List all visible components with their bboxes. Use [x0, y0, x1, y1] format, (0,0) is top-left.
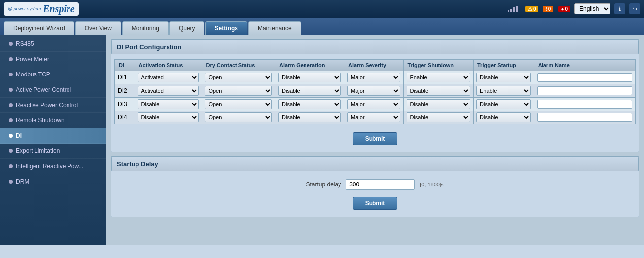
alarm-gen-select-DI3[interactable]: DisableEnable: [278, 99, 341, 109]
language-select[interactable]: English: [574, 3, 610, 14]
bar2: [510, 9, 512, 12]
sidebar-item-export-limitation[interactable]: Export Limitation: [0, 144, 106, 159]
logout-button[interactable]: ↪: [629, 3, 640, 14]
alarm-severity-select-DI1[interactable]: MajorMinorWarning: [347, 73, 400, 82]
trigger-startup-select-DI1[interactable]: EnableDisable: [476, 73, 531, 82]
alarm-name-input-DI1[interactable]: [537, 73, 632, 82]
tab-overview[interactable]: Over View: [75, 21, 121, 35]
trigger-startup-select-DI4[interactable]: EnableDisable: [476, 112, 531, 122]
sidebar-dot: [9, 103, 13, 107]
alarm-name-input-DI3[interactable]: [537, 100, 632, 109]
dry-contact-select-DI1[interactable]: OpenClose: [205, 73, 272, 82]
alarm-severity-DI2[interactable]: MajorMinorWarning: [344, 84, 404, 98]
trigger-shutdown-select-DI1[interactable]: EnableDisable: [407, 73, 470, 82]
alarm-gen-DI1[interactable]: DisableEnable: [275, 71, 344, 84]
trigger-shutdown-DI4[interactable]: EnableDisable: [404, 111, 474, 124]
startup-delay-content: Startup delay [0, 1800]s Submit: [111, 173, 639, 217]
sidebar-item-modbus-tcp[interactable]: Modbus TCP: [0, 67, 106, 82]
activation-status-DI4[interactable]: ActivatedDisable: [135, 111, 202, 124]
alarm-gen-DI3[interactable]: DisableEnable: [275, 98, 344, 111]
dry-contact-select-DI3[interactable]: OpenClose: [205, 99, 272, 109]
critical-count: 0: [565, 6, 568, 12]
submit-button-1[interactable]: Submit: [353, 132, 398, 145]
sidebar-dot: [9, 42, 13, 46]
activation-status-DI3[interactable]: ActivatedDisable: [135, 98, 202, 111]
trigger-startup-DI2[interactable]: EnableDisable: [474, 84, 534, 98]
alarm-gen-select-DI1[interactable]: DisableEnable: [278, 73, 341, 82]
sidebar-dot: [9, 180, 13, 184]
alarm-name-DI2[interactable]: [534, 84, 635, 98]
activation-select-DI3[interactable]: ActivatedDisable: [138, 99, 199, 109]
alarm-severity-DI1[interactable]: MajorMinorWarning: [344, 71, 404, 84]
sidebar-item-di[interactable]: DI: [0, 128, 106, 144]
table-row: DI4ActivatedDisableOpenCloseDisableEnabl…: [115, 111, 636, 124]
info-button[interactable]: ℹ: [614, 3, 625, 14]
col-alarm-gen: Alarm Generation: [275, 60, 344, 71]
table-row: DI1ActivatedDisableOpenCloseDisableEnabl…: [115, 71, 636, 84]
bar1: [508, 10, 509, 12]
trigger-startup-DI3[interactable]: EnableDisable: [474, 98, 534, 111]
tab-deployment-wizard[interactable]: Deployment Wizard: [4, 21, 74, 35]
alarm-name-DI1[interactable]: [534, 71, 635, 84]
trigger-startup-select-DI3[interactable]: EnableDisable: [476, 99, 531, 109]
activation-status-DI1[interactable]: ActivatedDisable: [135, 71, 202, 84]
alarm-severity-select-DI3[interactable]: MajorMinorWarning: [347, 99, 400, 109]
submit-row-1: Submit: [114, 128, 636, 149]
alarm-severity-DI4[interactable]: MajorMinorWarning: [344, 111, 404, 124]
alarm-gen-DI2[interactable]: DisableEnable: [275, 84, 344, 98]
trigger-startup-DI1[interactable]: EnableDisable: [474, 71, 534, 84]
alarm-severity-DI3[interactable]: MajorMinorWarning: [344, 98, 404, 111]
alarm-severity-select-DI2[interactable]: MajorMinorWarning: [347, 86, 400, 96]
sidebar-item-drm[interactable]: DRM: [0, 174, 106, 189]
sidebar-dot: [9, 57, 13, 61]
trigger-shutdown-select-DI3[interactable]: EnableDisable: [407, 99, 470, 109]
trigger-shutdown-select-DI2[interactable]: EnableDisable: [407, 86, 470, 96]
activation-status-DI2[interactable]: ActivatedDisable: [135, 84, 202, 98]
sidebar-item-active-power[interactable]: Active Power Control: [0, 82, 106, 98]
startup-delay-input[interactable]: [346, 179, 415, 190]
tab-maintenance[interactable]: Maintenance: [248, 21, 301, 35]
alarm-severity-select-DI4[interactable]: MajorMinorWarning: [347, 112, 400, 122]
trigger-startup-select-DI2[interactable]: EnableDisable: [476, 86, 531, 96]
trigger-shutdown-select-DI4[interactable]: EnableDisable: [407, 112, 470, 122]
alarm-name-DI4[interactable]: [534, 111, 635, 124]
sidebar-item-reactive-power[interactable]: Reactive Power Control: [0, 98, 106, 113]
trigger-shutdown-DI2[interactable]: EnableDisable: [404, 84, 474, 98]
alarm-name-DI3[interactable]: [534, 98, 635, 111]
trigger-startup-DI4[interactable]: EnableDisable: [474, 111, 534, 124]
dry-contact-select-DI4[interactable]: OpenClose: [205, 112, 272, 122]
header-right: ⚠ 0 ! 0 ● 0 English ℹ ↪: [508, 3, 640, 14]
startup-delay-section: Startup Delay Startup delay [0, 1800]s S…: [111, 156, 639, 217]
bar3: [513, 7, 515, 12]
dry-contact-DI4[interactable]: OpenClose: [202, 111, 275, 124]
alarm-gen-select-DI4[interactable]: DisableEnable: [278, 112, 341, 122]
dry-contact-DI3[interactable]: OpenClose: [202, 98, 275, 111]
sidebar-item-remote-shutdown[interactable]: Remote Shutdown: [0, 113, 106, 128]
submit-button-2[interactable]: Submit: [353, 197, 398, 210]
activation-select-DI2[interactable]: ActivatedDisable: [138, 86, 199, 96]
alarm-gen-select-DI2[interactable]: DisableEnable: [278, 86, 341, 96]
tab-settings[interactable]: Settings: [205, 21, 247, 35]
sidebar-item-rs485[interactable]: RS485: [0, 37, 106, 52]
di-config-title: DI Port Configuration: [111, 40, 639, 54]
tab-query[interactable]: Query: [169, 21, 204, 35]
alarm-name-input-DI2[interactable]: [537, 86, 632, 95]
dry-contact-DI2[interactable]: OpenClose: [202, 84, 275, 98]
dry-contact-select-DI2[interactable]: OpenClose: [205, 86, 272, 96]
trigger-shutdown-DI3[interactable]: EnableDisable: [404, 98, 474, 111]
alarm-name-input-DI4[interactable]: [537, 113, 632, 122]
logo-tagline: @ power system: [8, 6, 41, 11]
table-row: DI2ActivatedDisableOpenCloseDisableEnabl…: [115, 84, 636, 98]
sidebar-item-power-meter[interactable]: Power Meter: [0, 52, 106, 67]
startup-delay-label: Startup delay: [306, 181, 341, 188]
activation-select-DI4[interactable]: ActivatedDisable: [138, 112, 199, 122]
alarm-gen-DI4[interactable]: DisableEnable: [275, 111, 344, 124]
di-label-DI1: DI1: [115, 71, 135, 84]
sidebar-item-intelligent-reactive[interactable]: Intelligent Reactive Pow...: [0, 159, 106, 174]
tab-monitoring[interactable]: Monitoring: [122, 21, 169, 35]
dry-contact-DI1[interactable]: OpenClose: [202, 71, 275, 84]
activation-select-DI1[interactable]: ActivatedDisable: [138, 73, 199, 82]
col-trigger-startup: Trigger Startup: [474, 60, 534, 71]
trigger-shutdown-DI1[interactable]: EnableDisable: [404, 71, 474, 84]
sidebar-dot: [9, 88, 13, 92]
